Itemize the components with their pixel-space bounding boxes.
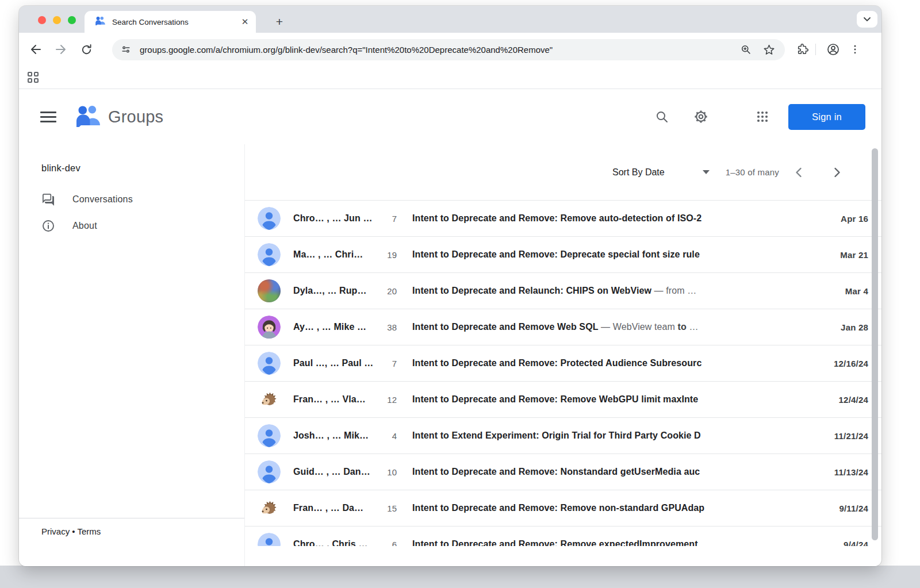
browser-toolbar: groups.google.com/a/chromium.org/g/blink…	[19, 33, 881, 66]
sidebar: blink-dev Conversations	[19, 144, 244, 566]
zoom-page-button[interactable]	[738, 41, 754, 57]
conversation-date: 12/4/24	[749, 395, 881, 405]
default-person-avatar	[258, 352, 281, 375]
minimize-window-button[interactable]	[53, 16, 61, 24]
site-info-button[interactable]	[118, 41, 134, 57]
message-count: 6	[382, 540, 397, 547]
conversation-list: Sort By Date 1–30 of many	[244, 144, 881, 566]
subject: Intent to Deprecate and Remove: Remove W…	[412, 394, 749, 405]
conversation-date: Mar 4	[749, 286, 881, 296]
browser-menu-button[interactable]	[846, 41, 864, 58]
message-count: 15	[382, 504, 397, 513]
kebab-menu-icon	[849, 44, 861, 55]
participants: Josh… , … Mik…	[293, 431, 381, 441]
back-button[interactable]	[27, 41, 44, 58]
sidebar-item-label: Conversations	[72, 194, 133, 205]
conversation-row[interactable]: Ma… , … Chri… 19 Intent to Deprecate and…	[245, 236, 881, 272]
hedgehog-emoji-avatar	[258, 388, 281, 411]
message-count: 7	[382, 359, 397, 368]
forum-icon	[41, 193, 55, 206]
settings-button[interactable]	[693, 109, 708, 124]
sidebar-item-about[interactable]: About	[19, 213, 244, 239]
subject: Intent to Deprecate and Remove Web SQL —…	[412, 322, 749, 332]
url-text[interactable]: groups.google.com/a/chromium.org/g/blink…	[140, 45, 731, 55]
conversation-row[interactable]: Ay… , … Mike … 38 Intent to Deprecate an…	[245, 309, 881, 345]
groups-favicon-icon	[95, 16, 106, 28]
list-toolbar: Sort By Date 1–30 of many	[245, 144, 881, 200]
sign-in-button[interactable]: Sign in	[788, 104, 865, 130]
sidebar-item-label: About	[72, 221, 97, 231]
message-count: 19	[382, 250, 397, 260]
message-count: 4	[382, 431, 397, 441]
main-menu-button[interactable]	[40, 110, 56, 124]
zoom-window-button[interactable]	[68, 16, 76, 24]
search-button[interactable]	[654, 109, 669, 124]
subject: Intent to Deprecate and Remove: Nonstand…	[412, 467, 749, 477]
close-window-button[interactable]	[38, 16, 46, 24]
conversation-row[interactable]: Josh… , … Mik… 4 Intent to Extend Experi…	[245, 417, 881, 454]
bookmarks-bar	[19, 66, 881, 89]
conversation-row[interactable]: Chro… , Chris … 6 Intent to Deprecate an…	[245, 526, 881, 546]
default-person-avatar	[258, 533, 281, 546]
privacy-terms-links[interactable]: Privacy • Terms	[19, 518, 244, 536]
subject: Intent to Deprecate and Remove: Protecte…	[412, 358, 749, 368]
site-settings-icon	[120, 44, 132, 55]
subject: Intent to Deprecate and Remove: Remove n…	[412, 503, 749, 513]
forward-button[interactable]	[52, 41, 70, 58]
dropdown-arrow-icon[interactable]	[703, 170, 710, 174]
conversation-row[interactable]: Chro… , … Jun … 7 Intent to Deprecate an…	[245, 200, 881, 236]
bookmark-button[interactable]	[761, 41, 777, 57]
product-name[interactable]: Groups	[108, 107, 163, 126]
subject: Intent to Deprecate and Relaunch: CHIPS …	[412, 286, 749, 296]
profile-button[interactable]	[825, 41, 842, 58]
desktop-strip	[0, 566, 920, 588]
groups-page: Groups	[19, 89, 881, 566]
tab-search-button[interactable]	[857, 11, 877, 28]
default-person-avatar	[258, 207, 281, 230]
new-tab-button[interactable]: +	[270, 13, 289, 31]
subject: Intent to Deprecate and Remove: Remove a…	[412, 213, 749, 224]
conversation-row[interactable]: Paul …, … Paul … 7 Intent to Deprecate a…	[245, 345, 881, 381]
search-icon	[655, 110, 669, 124]
sort-dropdown[interactable]: Sort By Date	[612, 167, 665, 178]
extensions-button[interactable]	[794, 41, 811, 58]
chevron-left-icon	[795, 167, 802, 178]
conversation-row[interactable]: Dyla…, … Rup… 20 Intent to Deprecate and…	[245, 272, 881, 309]
reload-button[interactable]	[78, 41, 95, 58]
participants: Fran… , … Vla…	[293, 394, 381, 405]
next-page-button[interactable]	[832, 167, 842, 178]
message-count: 12	[382, 395, 397, 405]
magnifier-plus-icon	[740, 44, 752, 56]
toolbar-divider	[815, 44, 816, 55]
conversation-row[interactable]: Guid… , … Dan… 10 Intent to Deprecate an…	[245, 454, 881, 490]
tab-groups-grid-icon[interactable]	[28, 72, 39, 83]
abstract-art-avatar	[258, 279, 281, 302]
participants: Chro… , … Jun …	[293, 213, 381, 224]
back-arrow-icon	[29, 43, 43, 56]
sidebar-item-conversations[interactable]: Conversations	[19, 186, 244, 213]
groups-header: Groups	[19, 89, 881, 144]
chevron-down-icon	[863, 17, 871, 22]
address-bar[interactable]: groups.google.com/a/chromium.org/g/blink…	[112, 39, 785, 60]
subject: Intent to Deprecate and Remove: Deprecat…	[412, 249, 749, 260]
conversation-date: Mar 21	[749, 250, 881, 260]
window-controls	[38, 16, 76, 24]
conversation-date: Apr 16	[749, 214, 881, 224]
prev-page-button[interactable]	[793, 167, 804, 178]
subject: Intent to Extend Experiment: Origin Tria…	[412, 431, 749, 441]
conversation-date: 11/13/24	[749, 467, 881, 477]
scrollbar-thumb[interactable]	[872, 148, 878, 540]
default-person-avatar	[258, 424, 281, 447]
conversation-row[interactable]: Fran… , … Vla… 12 Intent to Deprecate an…	[245, 381, 881, 417]
tab-title: Search Conversations	[112, 18, 240, 26]
pagination-range: 1–30 of many	[726, 167, 779, 177]
participants: Guid… , … Dan…	[293, 467, 381, 477]
tab-close-icon[interactable]: ✕	[240, 17, 250, 27]
browser-tab[interactable]: Search Conversations ✕	[85, 11, 256, 33]
google-apps-button[interactable]	[755, 109, 770, 124]
subject: Intent to Deprecate and Remove: Remove e…	[412, 539, 749, 546]
participants: Dyla…, … Rup…	[293, 286, 381, 296]
default-person-avatar	[258, 243, 281, 266]
conversation-row[interactable]: Fran… , … Da… 15 Intent to Deprecate and…	[245, 490, 881, 526]
groups-logo-icon[interactable]	[75, 105, 102, 129]
